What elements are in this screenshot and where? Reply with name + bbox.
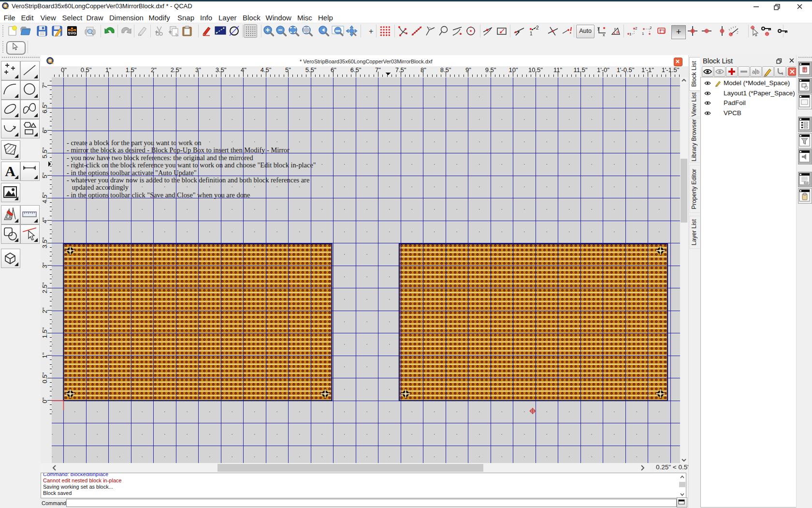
svg-text:2.5": 2.5"	[41, 282, 48, 293]
svg-text:7": 7"	[41, 82, 48, 88]
svg-text:5": 5"	[41, 172, 48, 178]
svg-text:6.5": 6.5"	[41, 102, 48, 113]
svg-text:0": 0"	[41, 397, 48, 403]
svg-text:b: b	[756, 69, 759, 75]
svg-text:0.5": 0.5"	[41, 372, 48, 383]
svg-text:3": 3"	[41, 262, 48, 268]
svg-text:1": 1"	[41, 352, 48, 358]
svg-text:2": 2"	[41, 307, 48, 313]
svg-text:1.5": 1.5"	[41, 327, 48, 338]
svg-text:6": 6"	[41, 127, 48, 133]
svg-text:5.5": 5.5"	[41, 147, 48, 158]
svg-text:3.5": 3.5"	[41, 237, 48, 248]
svg-text:4.5": 4.5"	[41, 192, 48, 203]
svg-text:a: a	[752, 69, 755, 75]
svg-text:4": 4"	[41, 217, 48, 223]
